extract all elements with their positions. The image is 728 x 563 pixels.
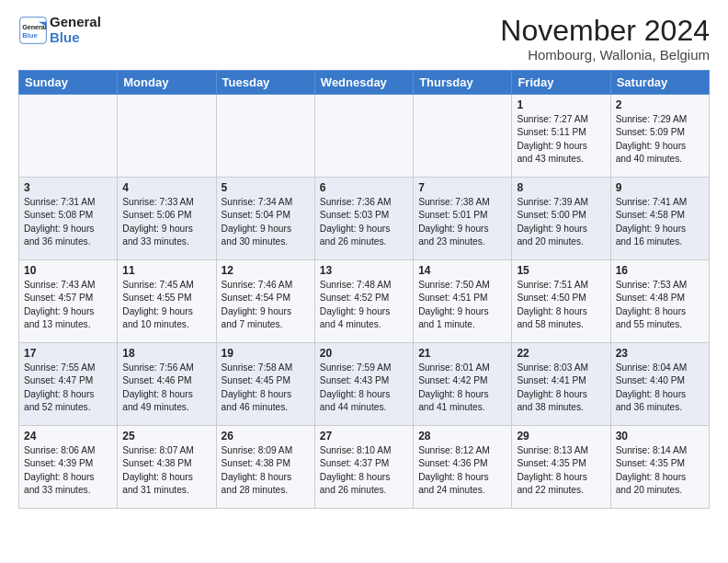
- svg-text:Blue: Blue: [22, 30, 37, 39]
- calendar-title: November 2024: [500, 15, 710, 47]
- day-info: Sunrise: 8:13 AM Sunset: 4:35 PM Dayligh…: [517, 444, 605, 497]
- day-cell: 21Sunrise: 8:01 AM Sunset: 4:42 PM Dayli…: [414, 343, 512, 426]
- day-info: Sunrise: 7:38 AM Sunset: 5:01 PM Dayligh…: [418, 196, 506, 248]
- day-number: 22: [517, 347, 605, 360]
- day-info: Sunrise: 7:48 AM Sunset: 4:52 PM Dayligh…: [320, 279, 408, 331]
- day-info: Sunrise: 7:34 AM Sunset: 5:04 PM Dayligh…: [222, 196, 310, 248]
- day-cell: 26Sunrise: 8:09 AM Sunset: 4:38 PM Dayli…: [216, 426, 314, 509]
- week-row-2: 10Sunrise: 7:43 AM Sunset: 4:57 PM Dayli…: [19, 260, 710, 343]
- day-cell: 6Sunrise: 7:36 AM Sunset: 5:03 PM Daylig…: [314, 178, 413, 260]
- day-cell: 15Sunrise: 7:51 AM Sunset: 4:50 PM Dayli…: [512, 260, 610, 343]
- day-number: 2: [616, 98, 704, 111]
- day-info: Sunrise: 7:31 AM Sunset: 5:08 PM Dayligh…: [24, 196, 112, 248]
- day-info: Sunrise: 8:10 AM Sunset: 4:37 PM Dayligh…: [320, 444, 408, 497]
- day-info: Sunrise: 7:36 AM Sunset: 5:03 PM Dayligh…: [320, 196, 408, 248]
- day-cell: 17Sunrise: 7:55 AM Sunset: 4:47 PM Dayli…: [19, 343, 118, 426]
- day-info: Sunrise: 8:09 AM Sunset: 4:38 PM Dayligh…: [222, 444, 310, 497]
- col-header-tuesday: Tuesday: [216, 71, 314, 95]
- day-cell: 18Sunrise: 7:56 AM Sunset: 4:46 PM Dayli…: [118, 343, 216, 426]
- day-number: 16: [616, 264, 704, 277]
- day-info: Sunrise: 7:58 AM Sunset: 4:45 PM Dayligh…: [222, 362, 310, 414]
- header-row: SundayMondayTuesdayWednesdayThursdayFrid…: [19, 71, 710, 95]
- day-cell: [118, 95, 216, 178]
- calendar-table: SundayMondayTuesdayWednesdayThursdayFrid…: [18, 70, 710, 509]
- day-info: Sunrise: 7:55 AM Sunset: 4:47 PM Dayligh…: [24, 362, 112, 414]
- day-number: 27: [320, 430, 408, 442]
- logo-line1: General: [50, 15, 101, 30]
- day-number: 21: [418, 347, 506, 360]
- day-number: 1: [517, 98, 605, 111]
- day-cell: 5Sunrise: 7:34 AM Sunset: 5:04 PM Daylig…: [216, 178, 314, 260]
- day-info: Sunrise: 7:39 AM Sunset: 5:00 PM Dayligh…: [517, 196, 605, 248]
- day-info: Sunrise: 7:41 AM Sunset: 4:58 PM Dayligh…: [616, 196, 704, 248]
- col-header-wednesday: Wednesday: [314, 71, 413, 95]
- day-cell: 1Sunrise: 7:27 AM Sunset: 5:11 PM Daylig…: [512, 95, 610, 178]
- day-info: Sunrise: 8:12 AM Sunset: 4:36 PM Dayligh…: [418, 444, 506, 497]
- day-number: 19: [222, 347, 310, 360]
- day-number: 7: [418, 181, 506, 194]
- day-cell: 27Sunrise: 8:10 AM Sunset: 4:37 PM Dayli…: [314, 426, 413, 509]
- day-info: Sunrise: 7:51 AM Sunset: 4:50 PM Dayligh…: [517, 279, 605, 331]
- day-cell: [314, 95, 413, 178]
- logo-text: General Blue: [50, 15, 101, 45]
- day-number: 18: [122, 347, 210, 360]
- logo-line2: Blue: [50, 30, 101, 46]
- day-cell: 20Sunrise: 7:59 AM Sunset: 4:43 PM Dayli…: [314, 343, 413, 426]
- day-cell: [19, 95, 118, 178]
- day-number: 23: [616, 347, 704, 360]
- day-info: Sunrise: 8:06 AM Sunset: 4:39 PM Dayligh…: [24, 444, 112, 497]
- day-info: Sunrise: 8:14 AM Sunset: 4:35 PM Dayligh…: [616, 444, 704, 497]
- day-cell: 10Sunrise: 7:43 AM Sunset: 4:57 PM Dayli…: [19, 260, 118, 343]
- day-number: 15: [517, 264, 605, 277]
- day-cell: 25Sunrise: 8:07 AM Sunset: 4:38 PM Dayli…: [118, 426, 216, 509]
- day-cell: 12Sunrise: 7:46 AM Sunset: 4:54 PM Dayli…: [216, 260, 314, 343]
- day-number: 13: [320, 264, 408, 277]
- day-number: 12: [222, 264, 310, 277]
- day-cell: 29Sunrise: 8:13 AM Sunset: 4:35 PM Dayli…: [512, 426, 610, 509]
- day-number: 14: [418, 264, 506, 277]
- header: General Blue General Blue November 2024 …: [18, 15, 710, 63]
- day-cell: 2Sunrise: 7:29 AM Sunset: 5:09 PM Daylig…: [610, 95, 709, 178]
- day-cell: 13Sunrise: 7:48 AM Sunset: 4:52 PM Dayli…: [314, 260, 413, 343]
- day-number: 28: [418, 430, 506, 442]
- day-cell: 4Sunrise: 7:33 AM Sunset: 5:06 PM Daylig…: [118, 178, 216, 260]
- day-cell: [414, 95, 512, 178]
- day-info: Sunrise: 7:45 AM Sunset: 4:55 PM Dayligh…: [122, 279, 210, 331]
- day-info: Sunrise: 7:33 AM Sunset: 5:06 PM Dayligh…: [122, 196, 210, 248]
- day-cell: 8Sunrise: 7:39 AM Sunset: 5:00 PM Daylig…: [512, 178, 610, 260]
- day-number: 11: [122, 264, 210, 277]
- page: General Blue General Blue November 2024 …: [0, 0, 728, 523]
- day-number: 8: [517, 181, 605, 194]
- week-row-1: 3Sunrise: 7:31 AM Sunset: 5:08 PM Daylig…: [19, 178, 710, 260]
- day-number: 30: [616, 430, 704, 442]
- day-number: 4: [122, 181, 210, 194]
- day-cell: 11Sunrise: 7:45 AM Sunset: 4:55 PM Dayli…: [118, 260, 216, 343]
- day-info: Sunrise: 7:46 AM Sunset: 4:54 PM Dayligh…: [222, 279, 310, 331]
- day-cell: 7Sunrise: 7:38 AM Sunset: 5:01 PM Daylig…: [414, 178, 512, 260]
- day-info: Sunrise: 7:27 AM Sunset: 5:11 PM Dayligh…: [517, 113, 605, 166]
- logo: General Blue General Blue: [18, 15, 101, 45]
- day-info: Sunrise: 7:50 AM Sunset: 4:51 PM Dayligh…: [418, 279, 506, 331]
- day-info: Sunrise: 8:01 AM Sunset: 4:42 PM Dayligh…: [418, 362, 506, 414]
- day-cell: 23Sunrise: 8:04 AM Sunset: 4:40 PM Dayli…: [610, 343, 709, 426]
- day-number: 10: [24, 264, 112, 277]
- day-number: 29: [517, 430, 605, 442]
- day-cell: 22Sunrise: 8:03 AM Sunset: 4:41 PM Dayli…: [512, 343, 610, 426]
- day-number: 9: [616, 181, 704, 194]
- day-cell: 3Sunrise: 7:31 AM Sunset: 5:08 PM Daylig…: [19, 178, 118, 260]
- day-number: 24: [24, 430, 112, 442]
- day-cell: 9Sunrise: 7:41 AM Sunset: 4:58 PM Daylig…: [610, 178, 709, 260]
- day-number: 20: [320, 347, 408, 360]
- logo-icon: General Blue: [18, 16, 48, 45]
- day-number: 5: [222, 181, 310, 194]
- col-header-friday: Friday: [512, 71, 610, 95]
- col-header-thursday: Thursday: [414, 71, 512, 95]
- day-number: 17: [24, 347, 112, 360]
- day-number: 25: [122, 430, 210, 442]
- col-header-monday: Monday: [118, 71, 216, 95]
- day-info: Sunrise: 8:04 AM Sunset: 4:40 PM Dayligh…: [616, 362, 704, 414]
- title-block: November 2024 Hombourg, Wallonia, Belgiu…: [500, 15, 710, 63]
- day-info: Sunrise: 7:43 AM Sunset: 4:57 PM Dayligh…: [24, 279, 112, 331]
- week-row-0: 1Sunrise: 7:27 AM Sunset: 5:11 PM Daylig…: [19, 95, 710, 178]
- week-row-4: 24Sunrise: 8:06 AM Sunset: 4:39 PM Dayli…: [19, 426, 710, 509]
